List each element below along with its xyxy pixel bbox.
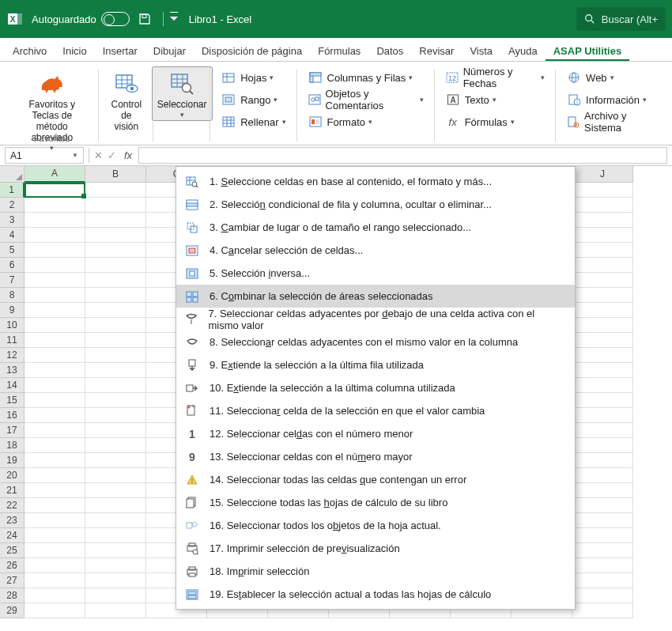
rellenar-button[interactable]: Rellenar▾: [217, 112, 290, 131]
cell[interactable]: [85, 363, 146, 378]
cell[interactable]: [85, 213, 146, 228]
row-header[interactable]: 6: [0, 258, 25, 273]
cell[interactable]: [572, 513, 633, 528]
row-header[interactable]: 10: [0, 318, 25, 333]
cell[interactable]: [85, 573, 146, 588]
menu-item[interactable]: 112. Seleccionar celdas con el número me…: [176, 422, 575, 445]
enter-formula-icon[interactable]: ✓: [108, 149, 116, 161]
qat-customize-icon[interactable]: [170, 15, 178, 23]
cell[interactable]: [25, 483, 85, 498]
cell[interactable]: [25, 288, 85, 303]
cell[interactable]: [572, 363, 633, 378]
cell[interactable]: [85, 318, 146, 333]
row-header[interactable]: 3: [0, 213, 25, 228]
cell[interactable]: [85, 198, 146, 213]
cell[interactable]: [572, 393, 633, 408]
cell[interactable]: [572, 438, 633, 453]
hojas-button[interactable]: Hojas▾: [217, 68, 290, 87]
row-header[interactable]: 24: [0, 528, 25, 543]
cell[interactable]: [572, 483, 633, 498]
formulas-button[interactable]: fxFórmulas▾: [441, 112, 549, 131]
cell[interactable]: [25, 513, 85, 528]
cell[interactable]: [572, 288, 633, 303]
row-header[interactable]: 14: [0, 378, 25, 393]
row-header[interactable]: 26: [0, 558, 25, 573]
search-box[interactable]: Buscar (Alt+: [576, 7, 666, 31]
fx-icon[interactable]: fx: [119, 145, 137, 165]
cell[interactable]: [25, 318, 85, 333]
column-header[interactable]: A: [25, 166, 85, 183]
cell[interactable]: [25, 393, 85, 408]
row-header[interactable]: 18: [0, 438, 25, 453]
cell[interactable]: [572, 468, 633, 483]
tab-revisar[interactable]: Revisar: [411, 40, 462, 61]
cell[interactable]: [85, 498, 146, 513]
cancel-formula-icon[interactable]: ✕: [94, 149, 103, 161]
web-button[interactable]: Web▾: [562, 68, 661, 87]
cell[interactable]: [25, 573, 85, 588]
cell[interactable]: [25, 213, 85, 228]
tab-fórmulas[interactable]: Fórmulas: [310, 40, 368, 61]
cell[interactable]: [25, 333, 85, 348]
row-header[interactable]: 22: [0, 498, 25, 513]
menu-item[interactable]: 10. Extiende la selección a la última co…: [176, 376, 575, 399]
formula-input[interactable]: [138, 147, 667, 164]
menu-item[interactable]: 2. Selección condicional de fila y colum…: [176, 193, 575, 216]
cell[interactable]: [25, 303, 85, 318]
column-header[interactable]: B: [85, 166, 146, 183]
cell[interactable]: [572, 213, 633, 228]
row-header[interactable]: 16: [0, 408, 25, 423]
cell[interactable]: [85, 393, 146, 408]
informacion-button[interactable]: iInformación▾: [562, 90, 661, 109]
save-icon[interactable]: [138, 12, 152, 26]
cell[interactable]: [85, 258, 146, 273]
tab-dibujar[interactable]: Dibujar: [145, 40, 194, 61]
cell[interactable]: [25, 348, 85, 363]
cell[interactable]: [572, 603, 633, 618]
menu-item[interactable]: 6. Combinar la selección de áreas selecc…: [176, 285, 575, 308]
row-header[interactable]: 23: [0, 513, 25, 528]
menu-item[interactable]: 913. Seleccionar celdas con el número ma…: [176, 445, 575, 468]
cell[interactable]: [25, 603, 85, 618]
row-header[interactable]: 11: [0, 333, 25, 348]
cell[interactable]: [572, 303, 633, 318]
worksheet-grid[interactable]: ABCDEFGHIJ 12345678910111213141516171819…: [0, 166, 672, 631]
row-header[interactable]: 15: [0, 393, 25, 408]
row-header[interactable]: 29: [0, 603, 25, 618]
cell[interactable]: [25, 198, 85, 213]
menu-item[interactable]: 3. Cambiar de lugar o de tamaño el rango…: [176, 216, 575, 239]
cell[interactable]: [85, 543, 146, 558]
row-header[interactable]: 4: [0, 228, 25, 243]
cell[interactable]: [572, 333, 633, 348]
cell[interactable]: [25, 273, 85, 288]
menu-item[interactable]: 9. Extiende la selección a la última fil…: [176, 353, 575, 376]
columnas-filas-button[interactable]: Columnas y Filas▾: [304, 68, 428, 87]
seleccionar-button[interactable]: Seleccionar ▾: [152, 66, 213, 121]
row-header[interactable]: 12: [0, 348, 25, 363]
menu-item[interactable]: 15. Seleccione todas las hojas de cálcul…: [176, 491, 575, 514]
cell[interactable]: [85, 288, 146, 303]
cell[interactable]: [572, 228, 633, 243]
cell[interactable]: [25, 558, 85, 573]
cell[interactable]: [25, 588, 85, 603]
cell[interactable]: [25, 423, 85, 438]
cell[interactable]: [572, 498, 633, 513]
cell[interactable]: [572, 348, 633, 363]
menu-item[interactable]: 4. Cancelar selección de celdas...: [176, 239, 575, 262]
cell[interactable]: [572, 588, 633, 603]
menu-item[interactable]: 1. Seleccione celdas en base al contenid…: [176, 170, 575, 193]
cell[interactable]: [572, 528, 633, 543]
tab-disposición-de-página[interactable]: Disposición de página: [194, 40, 310, 61]
cell[interactable]: [572, 558, 633, 573]
tab-asap-utilities[interactable]: ASAP Utilities: [546, 40, 629, 61]
cell[interactable]: [572, 423, 633, 438]
row-header[interactable]: 25: [0, 543, 25, 558]
tab-archivo[interactable]: Archivo: [5, 40, 55, 61]
menu-item[interactable]: 19. Establecer la selección actual a tod…: [176, 583, 575, 606]
cell[interactable]: [572, 453, 633, 468]
row-header[interactable]: 5: [0, 243, 25, 258]
select-all-cell[interactable]: [0, 166, 25, 183]
texto-button[interactable]: ATexto▾: [441, 90, 549, 109]
cell[interactable]: [572, 243, 633, 258]
cell[interactable]: [25, 408, 85, 423]
